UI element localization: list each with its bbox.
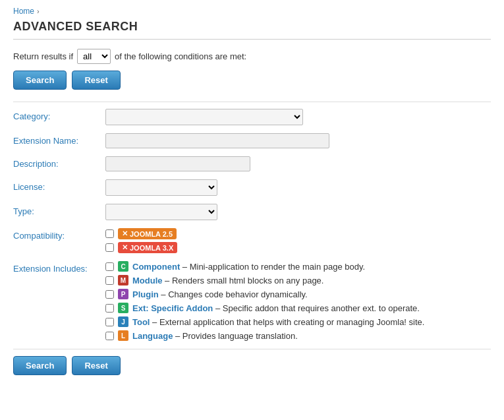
description-row: Description: bbox=[13, 156, 491, 171]
extension-includes-control: CComponent – Mini-application to render … bbox=[105, 261, 491, 341]
ext-icon-5: L bbox=[118, 330, 128, 341]
license-control bbox=[105, 179, 491, 196]
conditions-select[interactable]: all any bbox=[77, 49, 111, 64]
ext-icon-4: J bbox=[118, 316, 128, 327]
license-select[interactable] bbox=[105, 179, 217, 196]
compat-j3x-x: ✕ bbox=[122, 243, 128, 252]
conditions-prefix: Return results if bbox=[13, 51, 73, 61]
reset-button-bottom[interactable]: Reset bbox=[72, 356, 120, 375]
extension-includes-label: Extension Includes: bbox=[13, 261, 105, 274]
breadcrumb-arrow: › bbox=[37, 7, 40, 15]
ext-item-1: MModule – Renders small html blocks on a… bbox=[105, 275, 491, 285]
extension-name-row: Extension Name: bbox=[13, 133, 491, 148]
category-row: Category: bbox=[13, 109, 491, 125]
ext-icon-3: S bbox=[118, 303, 128, 313]
extension-name-label: Extension Name: bbox=[13, 133, 105, 146]
compat-j25-item: ✕ JOOMLA 2.5 bbox=[105, 228, 491, 239]
ext-label-4: Tool – External application that helps w… bbox=[132, 317, 424, 327]
top-button-row: Search Reset bbox=[13, 71, 491, 90]
ext-checkbox-1[interactable] bbox=[105, 276, 114, 285]
extension-name-control bbox=[105, 133, 491, 148]
extension-name-input[interactable] bbox=[105, 133, 329, 148]
description-input[interactable] bbox=[105, 156, 250, 171]
type-row: Type: bbox=[13, 204, 491, 220]
type-select[interactable] bbox=[105, 204, 217, 220]
ext-checkbox-3[interactable] bbox=[105, 304, 114, 313]
compatibility-label: Compatibility: bbox=[13, 228, 105, 241]
category-control bbox=[105, 109, 491, 125]
ext-checkbox-5[interactable] bbox=[105, 332, 114, 340]
search-button-top[interactable]: Search bbox=[13, 71, 67, 90]
ext-item-5: LLanguage – Provides language translatio… bbox=[105, 330, 491, 341]
ext-label-0: Component – Mini-application to render t… bbox=[132, 262, 365, 272]
search-button-bottom[interactable]: Search bbox=[13, 356, 67, 375]
compat-j3x-checkbox[interactable] bbox=[105, 243, 114, 252]
license-row: License: bbox=[13, 179, 491, 196]
ext-label-1: Module – Renders small html blocks on an… bbox=[132, 276, 323, 285]
ext-item-4: JTool – External application that helps … bbox=[105, 316, 491, 327]
ext-icon-0: C bbox=[118, 261, 128, 272]
divider-bottom bbox=[13, 349, 491, 349]
ext-label-2: Plugin – Changes code behavior dynamical… bbox=[132, 289, 308, 299]
ext-label-3: Ext: Specific Addon – Specific addon tha… bbox=[132, 303, 420, 313]
page-title: ADVANCED SEARCH bbox=[13, 20, 491, 40]
compat-j3x-label: JOOMLA 3.X bbox=[130, 244, 173, 252]
ext-checkbox-2[interactable] bbox=[105, 290, 114, 299]
type-control bbox=[105, 204, 491, 220]
form-section: Category: Extension Name: Description: L… bbox=[13, 109, 491, 341]
ext-item-3: SExt: Specific Addon – Specific addon th… bbox=[105, 303, 491, 313]
type-label: Type: bbox=[13, 204, 105, 216]
breadcrumb: Home › bbox=[13, 7, 491, 16]
compat-j25-label: JOOMLA 2.5 bbox=[130, 230, 173, 238]
compat-j25-x: ✕ bbox=[122, 229, 128, 238]
compat-j3x-item: ✕ JOOMLA 3.X bbox=[105, 242, 491, 253]
conditions-suffix: of the following conditions are met: bbox=[115, 51, 246, 61]
description-control bbox=[105, 156, 491, 171]
extension-includes-row: Extension Includes: CComponent – Mini-ap… bbox=[13, 261, 491, 341]
description-label: Description: bbox=[13, 156, 105, 169]
ext-item-0: CComponent – Mini-application to render … bbox=[105, 261, 491, 272]
divider-top bbox=[13, 102, 491, 102]
ext-label-5: Language – Provides language translation… bbox=[132, 331, 298, 341]
ext-item-2: PPlugin – Changes code behavior dynamica… bbox=[105, 289, 491, 299]
category-select[interactable] bbox=[105, 109, 303, 125]
compatibility-control: ✕ JOOMLA 2.5 ✕ JOOMLA 3.X bbox=[105, 228, 491, 253]
conditions-bar: Return results if all any of the followi… bbox=[13, 49, 491, 64]
compat-j3x-badge: ✕ JOOMLA 3.X bbox=[118, 242, 177, 253]
ext-icon-2: P bbox=[118, 289, 128, 299]
ext-icon-1: M bbox=[118, 275, 128, 285]
home-link[interactable]: Home bbox=[13, 7, 34, 16]
bottom-button-row: Search Reset bbox=[13, 356, 491, 375]
ext-checkbox-4[interactable] bbox=[105, 318, 114, 326]
reset-button-top[interactable]: Reset bbox=[72, 71, 120, 90]
ext-checkbox-0[interactable] bbox=[105, 262, 114, 271]
license-label: License: bbox=[13, 179, 105, 192]
compat-j25-badge: ✕ JOOMLA 2.5 bbox=[118, 228, 177, 239]
category-label: Category: bbox=[13, 109, 105, 121]
compat-j25-checkbox[interactable] bbox=[105, 229, 114, 238]
compatibility-row: Compatibility: ✕ JOOMLA 2.5 ✕ JOOMLA 3.X bbox=[13, 228, 491, 253]
